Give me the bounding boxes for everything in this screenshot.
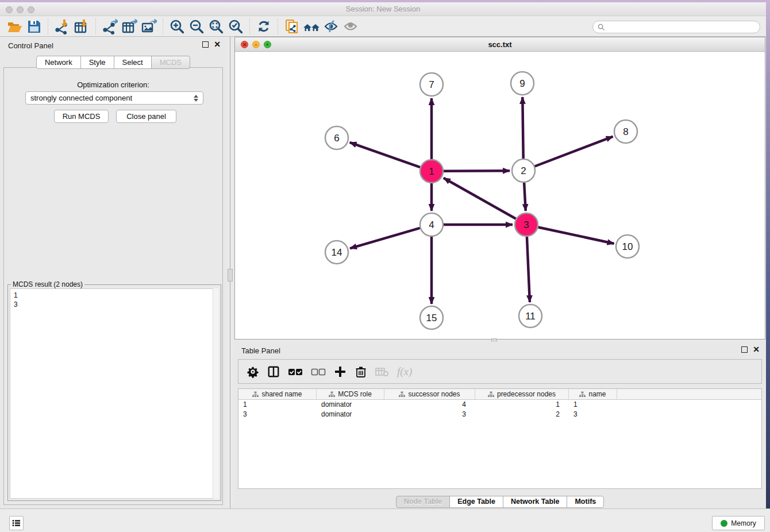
column-header-shared-name[interactable]: shared name: [238, 389, 317, 399]
edge-3-11[interactable]: [527, 237, 530, 302]
zoom-in-icon[interactable]: [167, 18, 187, 35]
column-header-successor-nodes[interactable]: successor nodes: [384, 389, 475, 399]
search-box[interactable]: [592, 21, 760, 33]
list-icon: [12, 519, 21, 527]
delete-row-icon[interactable]: [355, 364, 367, 379]
zoom-out-icon[interactable]: [187, 18, 206, 35]
toolbar-separator: [249, 18, 250, 34]
table-cell: 2: [475, 410, 569, 419]
show-graphics-details-icon[interactable]: [341, 18, 360, 35]
edge-2-8[interactable]: [535, 137, 613, 167]
table-cell: 1: [238, 400, 317, 410]
graph-node-label: 8: [623, 126, 628, 137]
delete-table-icon[interactable]: [375, 364, 389, 379]
tab-edge-table[interactable]: Edge Table: [449, 496, 503, 508]
zoom-selected-icon[interactable]: [226, 18, 245, 35]
table-settings-icon[interactable]: [247, 364, 259, 379]
network-graph[interactable]: 7968124314101511: [235, 52, 765, 339]
column-type-icon: [579, 391, 586, 398]
export-table-icon[interactable]: [120, 18, 139, 35]
graph-node-label: 11: [525, 311, 536, 322]
table-row[interactable]: 3dominator323: [238, 410, 761, 419]
table-cell: 3: [569, 410, 617, 419]
run-mcds-button[interactable]: Run MCDS: [54, 110, 109, 123]
memory-button[interactable]: Memory: [712, 516, 765, 530]
import-table-icon[interactable]: [72, 18, 91, 35]
edge-3-1[interactable]: [444, 178, 516, 219]
table-cell: 1: [475, 400, 569, 410]
graph-node-label: 15: [426, 313, 437, 323]
home-icon[interactable]: [302, 18, 321, 35]
optimization-label: Optimization criterion:: [0, 80, 226, 89]
edge-4-14[interactable]: [350, 228, 420, 248]
table-cell: 3: [238, 410, 317, 419]
tab-mcds[interactable]: MCDS: [151, 56, 190, 69]
column-type-icon: [252, 391, 259, 398]
table-tabs: Node TableEdge TableNetwork TableMotifs: [234, 496, 765, 508]
select-all-icon[interactable]: [288, 364, 303, 379]
graph-node-label: 1: [429, 166, 434, 177]
control-panel: Control Panel ✕ NetworkStyleSelectMCDS O…: [0, 37, 226, 508]
edge-1-2[interactable]: [444, 171, 510, 171]
application-window: Session: New Session Control Panel ✕ Net…: [0, 2, 766, 532]
column-header-name[interactable]: name: [569, 389, 617, 399]
hide-graphics-details-icon[interactable]: [321, 18, 341, 35]
table-row[interactable]: 1dominator411: [238, 400, 761, 410]
clear-selection-icon[interactable]: [311, 364, 326, 379]
edge-3-10[interactable]: [538, 227, 614, 244]
mcds-result-list[interactable]: 1 3: [10, 288, 219, 499]
edge-2-3[interactable]: [524, 183, 526, 211]
show-columns-icon[interactable]: [267, 364, 280, 379]
clipboard-network-icon[interactable]: [282, 18, 302, 35]
network-window-title: scc.txt: [235, 40, 765, 49]
export-network-icon[interactable]: [100, 18, 120, 35]
vertical-splitter-handle[interactable]: [228, 269, 233, 282]
export-image-icon[interactable]: [139, 18, 159, 35]
tab-style[interactable]: Style: [80, 56, 114, 69]
column-header-predecessor-nodes[interactable]: predecessor nodes: [475, 389, 569, 399]
close-table-panel-icon[interactable]: ✕: [753, 346, 760, 353]
tab-network[interactable]: Network: [36, 56, 81, 69]
tab-node-table[interactable]: Node Table: [396, 496, 450, 508]
float-table-panel-icon[interactable]: [741, 346, 748, 353]
graph-node-label: 7: [429, 79, 434, 90]
graph-node-label: 14: [332, 247, 342, 258]
titlebar: Session: New Session: [0, 2, 766, 16]
control-panel-title: Control Panel: [8, 41, 53, 50]
tab-network-table[interactable]: Network Table: [503, 496, 568, 508]
result-scrollbar[interactable]: [213, 288, 219, 499]
float-panel-icon[interactable]: [202, 41, 209, 48]
save-session-icon[interactable]: [24, 18, 44, 35]
criterion-dropdown[interactable]: strongly connected component: [25, 91, 203, 105]
dropdown-stepper-icon: [194, 95, 198, 102]
column-type-icon: [488, 391, 494, 398]
search-input[interactable]: [605, 23, 755, 31]
mcds-result-title: MCDS result (2 nodes): [11, 280, 84, 288]
network-canvas[interactable]: 7968124314101511: [235, 52, 765, 339]
import-network-icon[interactable]: [52, 18, 72, 35]
edge-2-9[interactable]: [522, 97, 523, 159]
graph-node-label: 3: [523, 219, 529, 230]
column-header-MCDS-role[interactable]: MCDS role: [317, 389, 384, 399]
show-panels-button[interactable]: [9, 516, 24, 530]
table-cell: 1: [569, 400, 617, 410]
tab-motifs[interactable]: Motifs: [567, 496, 604, 508]
function-builder-icon[interactable]: f(x): [397, 364, 412, 379]
graph-node-label: 6: [334, 133, 339, 144]
table-cell: dominator: [317, 410, 384, 419]
refresh-layout-icon[interactable]: [254, 18, 274, 35]
graph-node-label: 4: [429, 219, 434, 230]
open-session-icon[interactable]: [5, 18, 24, 35]
edge-1-6[interactable]: [350, 142, 421, 167]
table-panel: Table Panel ✕ f(x) shared nameMCDS roles…: [234, 342, 765, 508]
table-header-row: shared nameMCDS rolesuccessor nodesprede…: [238, 389, 761, 400]
close-panel-icon[interactable]: ✕: [214, 41, 221, 48]
zoom-fit-icon[interactable]: [206, 18, 226, 35]
control-tabs: NetworkStyleSelectMCDS: [0, 56, 226, 69]
criterion-value: strongly connected component: [30, 94, 194, 102]
tab-select[interactable]: Select: [114, 56, 152, 69]
window-title: Session: New Session: [0, 5, 766, 13]
add-row-icon[interactable]: [334, 364, 346, 379]
close-panel-button[interactable]: Close panel: [116, 110, 176, 123]
search-icon: [598, 24, 605, 31]
